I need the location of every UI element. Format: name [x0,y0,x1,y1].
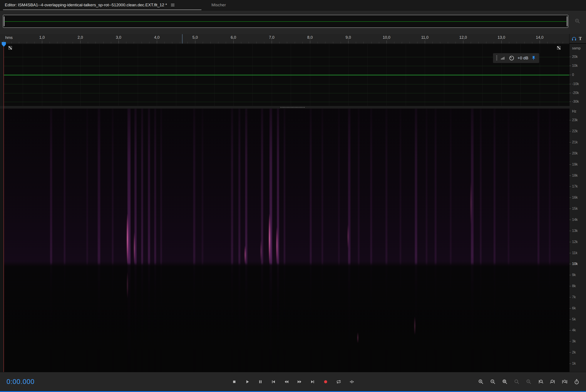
timeline-ruler-scale[interactable]: 1,0 2,0 3,0 4,0 5,0 6,0 7,0 8,0 9,0 10,0… [4,34,569,44]
amplitude-scale: samp 20k 10k 0 -10k -20k -30k [569,44,586,106]
spectral-streak [141,108,143,372]
spectral-streak [245,108,247,372]
spectral-streak [450,108,452,372]
tab-editor[interactable]: Editor: ISM4SBA1--4-overlapping-identica… [3,0,177,10]
spectral-streak [261,108,263,372]
ruler-tick-label: 10,0 [382,35,390,40]
panel-splitter[interactable] [0,106,586,108]
spectral-streak [50,108,52,372]
mischer-tab-label: Mischer [212,2,226,8]
loop-playback-button[interactable] [334,377,344,387]
ruler-tick-label: 8,0 [307,35,312,40]
freq-tick-label: 21k [572,140,578,144]
spectral-hotspot [244,246,246,264]
go-to-end-button[interactable] [308,377,318,387]
go-to-start-icon [270,379,276,384]
spectrogram-canvas[interactable] [4,108,569,372]
play-icon [244,379,250,384]
go-to-start-button[interactable] [268,377,278,387]
spectral-streak [434,108,436,372]
zoom-full-button[interactable] [501,378,509,386]
waveform-zero-line [4,75,569,75]
spectral-streak [386,108,388,372]
spectrogram-panel [0,108,586,372]
spectral-streak [231,108,233,372]
spectral-streak [160,108,162,372]
ruler-tick-label: 14,0 [536,35,543,40]
record-button[interactable] [321,377,331,387]
navigator-zoom-icon[interactable] [574,18,581,24]
freq-tick-label: 10k [572,262,578,266]
ruler-tick-label: 5,0 [192,35,198,40]
waveform-display[interactable]: +0 dB [4,44,569,106]
spectral-streak [148,108,150,372]
tab-mischer[interactable]: Mischer [209,0,228,10]
spectral-hotspot [470,182,472,224]
amp-gridline [4,57,569,57]
freq-tick-label: 15k [572,207,578,210]
freq-tick-label: 2k [572,350,576,354]
spectrogram-background [4,108,569,372]
zoom-controls [477,378,581,386]
zoom-amplitude-icon [526,378,532,385]
amp-gridline [4,102,569,102]
freq-tick-label: 7k [572,295,576,299]
timer-button[interactable] [572,378,581,386]
spectral-hotspot [276,227,278,264]
zoom-out-button[interactable] [489,378,497,386]
amp-tick-label: 20k [572,55,578,59]
zoom-selection-button[interactable] [513,378,521,386]
time-display[interactable]: 0:00.000 [6,378,34,386]
splitter-grip[interactable] [280,107,305,108]
hud-grip-handle[interactable] [496,56,497,61]
spectral-streak [154,108,156,372]
spectral-streak [310,108,312,372]
fade-out-handle[interactable] [557,46,560,50]
zoom-to-selection-button[interactable] [560,378,569,386]
skip-selection-button[interactable] [347,377,357,387]
pause-button[interactable] [255,377,265,387]
play-button[interactable] [242,377,252,387]
freq-tick-label: 16k [572,196,578,200]
amp-gridline [4,84,569,84]
spectral-streak [480,108,482,372]
stop-button[interactable] [229,377,239,387]
zoom-in-button[interactable] [477,378,485,386]
fast-forward-button[interactable] [294,377,304,387]
ruler-marker [182,34,182,44]
spectral-hotspot [260,240,262,262]
zoom-in-point-icon [538,378,544,385]
go-to-end-icon [310,379,316,384]
overview-waveform-line [4,21,567,22]
spectral-hotspot [414,317,416,335]
spectral-streak [202,108,204,372]
zoom-in-point-button[interactable] [536,378,545,386]
pin-icon[interactable] [531,56,536,60]
level-meter-icon [500,56,506,61]
ruler-tick-label: 13,0 [498,35,505,40]
amp-gridline [4,93,569,93]
editor-tab-label: Editor: ISM4SBA1--4-overlapping-identica… [5,2,167,8]
waveform-panel: +0 dB [0,44,586,106]
headphones-icon[interactable] [572,36,577,41]
amp-tick-label: -30k [572,100,579,104]
zoom-amplitude-button[interactable] [525,378,533,386]
record-icon [323,379,328,384]
zoom-navigator-strip[interactable] [3,15,568,28]
t-icon[interactable]: T [579,36,582,41]
spectral-streak [370,108,372,372]
zoom-out-point-button[interactable] [548,378,557,386]
fade-in-handle[interactable] [8,46,12,50]
spectral-streak [238,108,240,372]
gain-value[interactable]: +0 dB [518,56,528,60]
spectral-streak [338,108,340,372]
freq-tick-label: 12k [572,240,578,244]
panel-menu-icon[interactable] [170,3,175,7]
freq-tick-label: 19k [572,162,578,166]
rewind-button[interactable] [282,377,292,387]
gain-knob-icon[interactable] [508,55,515,61]
spectral-streak [549,108,550,372]
zoom-full-icon [502,378,508,385]
freq-tick-label: 9k [572,273,576,277]
spectral-hotspot [126,214,128,264]
